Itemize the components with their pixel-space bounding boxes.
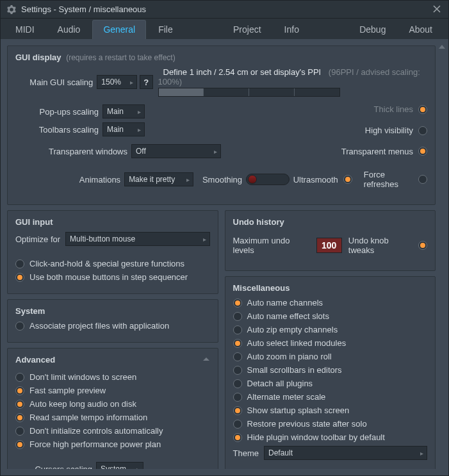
smoothing-slider[interactable] — [246, 174, 290, 185]
group-undo: Undo history Maximum undo levels 100 Und… — [225, 210, 436, 271]
group-gui-display: GUI display (requires a restart to take … — [7, 45, 436, 205]
transparent-win-dropdown[interactable]: Off — [131, 144, 221, 158]
optimize-label: Optimize for — [15, 234, 60, 244]
tab-project[interactable]: Project — [222, 20, 272, 39]
gui-display-title: GUI display — [15, 53, 61, 62]
system-title: System — [15, 306, 210, 316]
tab-midi[interactable]: MIDI — [4, 20, 45, 39]
tab-audio[interactable]: Audio — [47, 20, 92, 39]
group-advanced: Advanced Don't limit windows to screen F… — [7, 348, 218, 469]
small-scroll-radio[interactable] — [233, 366, 242, 375]
high-vis-radio[interactable] — [418, 126, 427, 135]
force-power-label: Force high performance power plan — [29, 439, 161, 449]
popups-dropdown[interactable]: Main — [102, 104, 145, 119]
ppi-ruler[interactable] — [158, 88, 340, 97]
both-buttons-radio[interactable] — [15, 273, 24, 282]
toolbars-dropdown[interactable]: Main — [102, 122, 145, 136]
tab-about[interactable]: About — [398, 20, 443, 39]
advanced-header[interactable]: Advanced — [15, 355, 210, 365]
theme-dropdown[interactable]: Default — [264, 446, 427, 460]
auto-keep-label: Auto keep long audio on disk — [29, 399, 136, 409]
click-hold-radio[interactable] — [15, 259, 24, 268]
auto-name-fx-radio[interactable] — [233, 312, 242, 321]
click-hold-label: Click-and-hold & special gesture functio… — [29, 259, 184, 268]
animations-label: Animations — [15, 175, 120, 185]
advanced-title: Advanced — [15, 355, 55, 365]
animations-dropdown[interactable]: Make it pretty — [124, 172, 193, 186]
thick-lines-label: Thick lines — [374, 104, 413, 114]
trans-menus-radio[interactable] — [418, 147, 427, 156]
auto-zip-label: Auto zip empty channels — [247, 325, 338, 334]
tabbar: MIDI Audio General File Project Info Deb… — [1, 19, 448, 39]
auto-name-ch-radio[interactable] — [233, 299, 242, 308]
dont-init-label: Don't initialize controls automatically — [29, 426, 163, 436]
optimize-dropdown[interactable]: Multi-button mouse — [65, 232, 209, 246]
misc-title: Miscellaneous — [233, 283, 428, 293]
group-gui-input: GUI input Optimize for Multi-button mous… — [7, 210, 218, 294]
cursors-dropdown[interactable]: System — [96, 462, 143, 469]
auto-name-ch-label: Auto name channels — [247, 298, 323, 308]
alt-meter-label: Alternate meter scale — [247, 392, 326, 402]
scroll-up-icon[interactable] — [438, 43, 446, 51]
tab-info[interactable]: Info — [273, 20, 310, 39]
tab-general[interactable]: General — [92, 20, 146, 39]
auto-zoom-radio[interactable] — [233, 352, 242, 361]
undo-title: Undo history — [233, 217, 428, 227]
max-undo-value[interactable]: 100 — [316, 238, 342, 253]
hide-toolbar-radio[interactable] — [233, 433, 242, 442]
tab-file[interactable]: File — [147, 20, 184, 39]
gui-display-note: (requires a restart to take effect) — [66, 53, 176, 62]
tab-debug[interactable]: Debug — [348, 20, 396, 39]
ultrasmooth-radio[interactable] — [343, 175, 352, 184]
transparent-win-label: Transparent windows — [15, 147, 127, 156]
force-refresh-radio[interactable] — [418, 175, 427, 184]
detach-radio[interactable] — [233, 379, 242, 388]
assoc-radio[interactable] — [15, 322, 24, 331]
window-title: Settings - System / miscellaneous — [21, 4, 146, 14]
content: GUI display (requires a restart to take … — [1, 39, 448, 475]
trans-menus-label: Transparent menus — [341, 147, 413, 156]
settings-window: Settings - System / miscellaneous MIDI A… — [0, 0, 449, 476]
dont-limit-radio[interactable] — [15, 373, 24, 382]
read-tempo-radio[interactable] — [15, 413, 24, 422]
gear-icon — [7, 5, 16, 14]
titlebar: Settings - System / miscellaneous — [1, 1, 448, 19]
max-undo-label: Maximum undo levels — [233, 236, 310, 255]
detach-label: Detach all plugins — [247, 379, 313, 388]
popups-label: Pop-ups scaling — [15, 107, 99, 117]
ppi-text: Define 1 inch / 2.54 cm or set display's… — [163, 67, 322, 77]
high-vis-label: High visibility — [365, 126, 413, 135]
fast-preview-radio[interactable] — [15, 386, 24, 395]
group-system: System Associate project files with appl… — [7, 299, 218, 343]
auto-zoom-label: Auto zoom in piano roll — [247, 352, 332, 361]
force-refresh-label: Force refreshes — [364, 170, 413, 189]
main-scaling-dropdown[interactable]: 150% — [97, 75, 137, 89]
restore-radio[interactable] — [233, 420, 242, 429]
knob-tweaks-label: Undo knob tweaks — [348, 236, 413, 255]
both-buttons-label: Use both mouse buttons in step sequencer — [29, 272, 188, 282]
chevron-up-icon — [202, 355, 210, 365]
restore-label: Restore previous state after solo — [247, 419, 367, 429]
force-power-radio[interactable] — [15, 440, 24, 449]
auto-select-radio[interactable] — [233, 339, 242, 348]
theme-label: Theme — [233, 448, 259, 458]
fast-preview-label: Fast sample preview — [29, 386, 106, 395]
toolbars-label: Toolbars scaling — [15, 125, 99, 135]
knob-tweaks-radio[interactable] — [418, 241, 427, 250]
dont-limit-label: Don't limit windows to screen — [29, 372, 136, 382]
gui-input-title: GUI input — [15, 217, 210, 227]
alt-meter-radio[interactable] — [233, 393, 242, 402]
close-icon[interactable] — [433, 5, 442, 14]
ultrasmooth-label: Ultrasmooth — [293, 175, 338, 185]
group-misc: Miscellaneous Auto name channels Auto na… — [225, 276, 436, 469]
help-button[interactable]: ? — [140, 75, 153, 89]
cursors-label: Cursors scaling — [15, 464, 92, 470]
auto-keep-radio[interactable] — [15, 400, 24, 409]
auto-zip-radio[interactable] — [233, 325, 242, 334]
thick-lines-radio[interactable] — [418, 105, 427, 114]
dont-init-radio[interactable] — [15, 427, 24, 436]
group-title: GUI display (requires a restart to take … — [15, 53, 427, 62]
splash-radio[interactable] — [233, 406, 242, 415]
read-tempo-label: Read sample tempo information — [29, 413, 147, 422]
main-scaling-label: Main GUI scaling — [15, 78, 93, 87]
